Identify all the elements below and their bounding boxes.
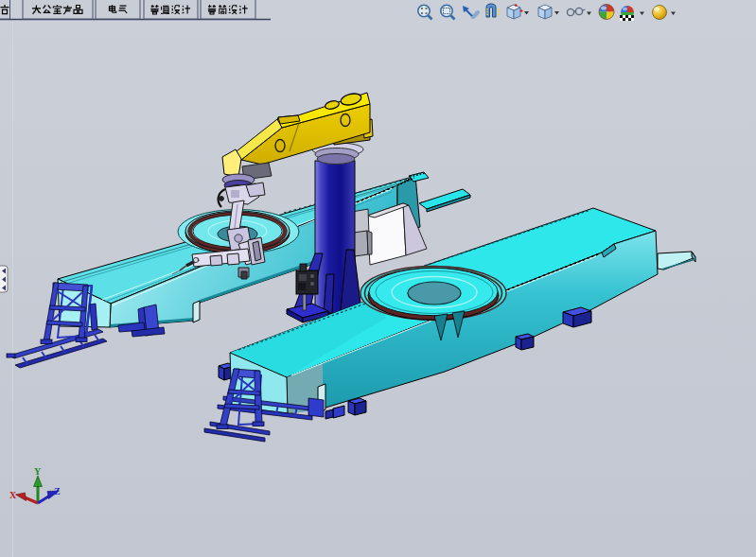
svg-text:Y: Y: [34, 466, 42, 477]
svg-text:X: X: [9, 490, 17, 500]
svg-text:Z: Z: [54, 486, 61, 496]
